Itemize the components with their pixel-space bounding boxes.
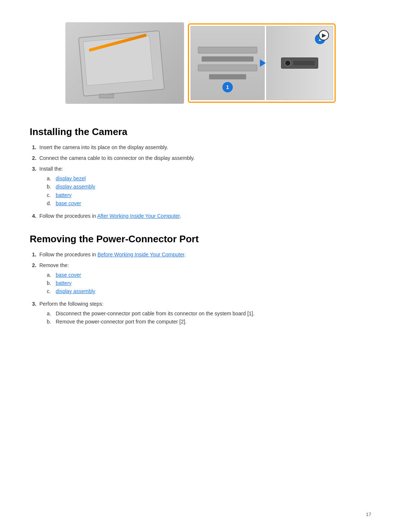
remove-step-text-1: Follow the procedures in Before Working … (39, 251, 371, 259)
installing-camera-section: Installing the Camera 1. Insert the came… (30, 126, 371, 220)
remove-sub-list-3: a. Disconnect the power-connector port c… (47, 309, 371, 326)
diagram-section: 1 2 ▶ (30, 15, 371, 111)
arrow-icon (260, 59, 266, 67)
base-cover-link-install[interactable]: base cover (56, 199, 81, 207)
step-num-4: 4. (30, 212, 36, 220)
diagram-panel-right: 2 ▶ (266, 26, 333, 100)
play-circle-icon: ▶ (319, 30, 329, 40)
display-bezel-link[interactable]: display bezel (56, 174, 86, 183)
diagram-right-container: 1 2 ▶ (188, 23, 336, 103)
remove-step-num-3: 3. (30, 300, 36, 328)
page-number: 17 (366, 512, 371, 517)
camera-body (293, 61, 315, 65)
remove-sub-letter-b: b. (47, 279, 53, 287)
camera-module (281, 58, 318, 69)
step-1-circle: 1 (222, 82, 233, 92)
before-working-link[interactable]: Before Working Inside Your Computer (97, 252, 184, 257)
remove-step-content-2: Remove the: a. base cover b. battery c. … (39, 262, 371, 297)
sub-letter-b: b. (47, 183, 53, 191)
install-sub-list: a. display bezel b. display assembly c. … (47, 174, 371, 208)
battery-link-remove[interactable]: battery (56, 279, 72, 287)
display-assembly-link-install[interactable]: display assembly (56, 183, 95, 191)
battery-link-install[interactable]: battery (56, 191, 72, 199)
remove-sub-3-text-b: Remove the power-connector port from the… (56, 318, 187, 326)
remove-step-2: 2. Remove the: a. base cover b. battery … (30, 262, 371, 297)
diagram-left (65, 22, 184, 104)
remove-step-3: 3. Perform the following steps: a. Disco… (30, 300, 371, 328)
diagram-panel-middle: 1 (190, 26, 265, 100)
remove-sub-b: b. battery (47, 279, 371, 287)
remove-step-text-2: Remove the: (39, 262, 69, 268)
install-sub-c: c. battery (47, 191, 371, 199)
base-cover-link-remove[interactable]: base cover (56, 271, 81, 279)
install-step-1: 1. Insert the camera into its place on t… (30, 144, 371, 151)
remove-sub-letter-c: c. (47, 287, 53, 295)
step-text-1: Insert the camera into its place on the … (39, 144, 371, 151)
step-content-3: Install the: a. display bezel b. display… (39, 165, 371, 209)
remove-sub-3-letter-a: a. (47, 309, 53, 318)
display-assembly-link-remove[interactable]: display assembly (56, 287, 95, 295)
diagram-right: 1 2 ▶ (190, 26, 333, 100)
removing-power-heading: Removing the Power-Connector Port (30, 233, 371, 245)
remove-sub-list: a. base cover b. battery c. display asse… (47, 271, 371, 296)
install-sub-d: d. base cover (47, 199, 371, 207)
step-text-3: Install the: (39, 166, 63, 172)
installing-steps-list: 1. Insert the camera into its place on t… (30, 144, 371, 220)
remove-sub-3b: b. Remove the power-connector port from … (47, 318, 371, 326)
after-working-link[interactable]: After Working Inside Your Computer (97, 213, 180, 219)
remove-step-num-1: 1. (30, 251, 36, 259)
step-num-3: 3. (30, 165, 36, 209)
remove-sub-c: c. display assembly (47, 287, 371, 295)
remove-sub-3a: a. Disconnect the power-connector port c… (47, 309, 371, 318)
camera-lens (284, 60, 291, 66)
step-num-1: 1. (30, 144, 36, 151)
sub-letter-a: a. (47, 174, 53, 183)
install-step-3: 3. Install the: a. display bezel b. disp… (30, 165, 371, 209)
remove-sub-a: a. base cover (47, 271, 371, 279)
install-step-4: 4. Follow the procedures in After Workin… (30, 212, 371, 220)
step-text-2: Connect the camera cable to its connecto… (39, 154, 371, 162)
remove-step-content-3: Perform the following steps: a. Disconne… (39, 300, 371, 328)
install-step-2: 2. Connect the camera cable to its conne… (30, 154, 371, 162)
step-text-4: Follow the procedures in After Working I… (39, 212, 371, 220)
sub-letter-d: d. (47, 199, 53, 207)
remove-step-1: 1. Follow the procedures in Before Worki… (30, 251, 371, 259)
installing-camera-heading: Installing the Camera (30, 126, 371, 138)
remove-step-text-3: Perform the following steps: (39, 301, 104, 307)
step-num-2: 2. (30, 154, 36, 162)
remove-sub-3-text-a: Disconnect the power-connector port cabl… (56, 309, 254, 318)
removing-power-section: Removing the Power-Connector Port 1. Fol… (30, 233, 371, 328)
install-sub-a: a. display bezel (47, 174, 371, 183)
remove-sub-3-letter-b: b. (47, 318, 53, 326)
install-sub-b: b. display assembly (47, 183, 371, 191)
removing-steps-list: 1. Follow the procedures in Before Worki… (30, 251, 371, 328)
remove-sub-letter-a: a. (47, 271, 53, 279)
sub-letter-c: c. (47, 191, 53, 199)
remove-step-num-2: 2. (30, 262, 36, 297)
